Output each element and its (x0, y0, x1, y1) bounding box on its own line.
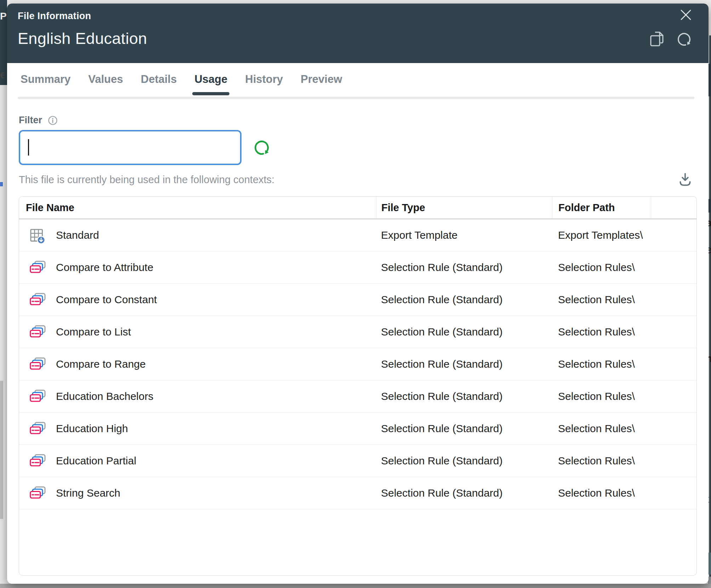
tab-preview[interactable]: Preview (301, 73, 342, 97)
file-name-text: String Search (56, 487, 120, 499)
file-type-cell: Selection Rule (Standard) (376, 455, 552, 467)
tab-details[interactable]: Details (141, 73, 177, 97)
dialog-tabbar: SummaryValuesDetailsUsageHistoryPreview (7, 63, 709, 106)
file-type-cell: Selection Rule (Standard) (376, 294, 552, 306)
refresh-results-button[interactable] (253, 139, 271, 157)
file-type-cell: Export Template (376, 229, 552, 241)
table-empty-space (19, 509, 696, 575)
filter-input-wrap (19, 130, 241, 165)
selection-rule-icon (30, 390, 46, 403)
file-name-cell: Compare to Attribute (19, 261, 376, 274)
file-name-text: Education Bachelors (56, 390, 153, 402)
file-information-dialog: File Information English Education (7, 4, 709, 584)
file-name-title: English Education (18, 29, 709, 48)
file-type-cell: Selection Rule (Standard) (376, 261, 552, 273)
folder-path-cell: Selection Rules\ (552, 358, 651, 370)
background-scrollbar-fragment (0, 381, 3, 519)
file-name-cell: Standard (19, 228, 376, 242)
copy-file-icon (650, 31, 665, 47)
table-row[interactable]: Compare to RangeSelection Rule (Standard… (19, 348, 696, 380)
file-type-cell: Selection Rule (Standard) (376, 423, 552, 435)
table-row[interactable]: Education PartialSelection Rule (Standar… (19, 445, 696, 477)
table-row[interactable]: String SearchSelection Rule (Standard)Se… (19, 477, 696, 509)
background-accent-fragment (0, 182, 3, 186)
selection-rule-icon (30, 293, 46, 306)
file-name-text: Compare to Range (56, 358, 146, 370)
dialog-title: File Information (18, 11, 709, 22)
file-name-text: Compare to List (56, 326, 131, 338)
table-row[interactable]: Education HighSelection Rule (Standard)S… (19, 413, 696, 445)
file-type-cell: Selection Rule (Standard) (376, 487, 552, 499)
folder-path-cell: Selection Rules\ (552, 261, 651, 273)
file-name-text: Compare to Attribute (56, 261, 153, 273)
selection-rule-icon (30, 261, 46, 274)
file-name-text: Education Partial (56, 455, 136, 467)
table-row[interactable]: Compare to ConstantSelection Rule (Stand… (19, 284, 696, 316)
file-name-cell: Compare to Range (19, 357, 376, 371)
usage-table: File Name File Type Folder Path Standard… (19, 196, 697, 576)
column-header-empty (651, 197, 696, 219)
filter-input[interactable] (19, 130, 241, 165)
folder-path-cell: Selection Rules\ (552, 326, 651, 338)
folder-path-cell: Selection Rules\ (552, 423, 651, 435)
selection-rule-icon (30, 357, 46, 371)
selection-rule-icon (30, 486, 46, 500)
selection-rule-icon (30, 454, 46, 468)
export-list-button[interactable] (678, 172, 693, 187)
file-name-cell: Education Partial (19, 454, 376, 468)
table-row[interactable]: StandardExport TemplateExport Templates\ (19, 219, 696, 251)
file-name-text: Education High (56, 423, 128, 435)
background-letter-fragment: P (0, 11, 7, 22)
info-icon[interactable] (48, 115, 58, 125)
file-name-cell: Compare to List (19, 325, 376, 339)
file-name-cell: String Search (19, 486, 376, 500)
tab-underline-track (18, 97, 694, 99)
header-actions (650, 31, 692, 47)
usage-tab-panel: Filter This file is currently being used… (7, 106, 709, 584)
file-type-cell: Selection Rule (Standard) (376, 390, 552, 402)
file-type-cell: Selection Rule (Standard) (376, 326, 552, 338)
tab-values[interactable]: Values (88, 73, 123, 97)
table-row[interactable]: Compare to ListSelection Rule (Standard)… (19, 316, 696, 348)
table-body: StandardExport TemplateExport Templates\… (19, 219, 696, 509)
filter-label: Filter (19, 115, 42, 126)
table-row[interactable]: Compare to AttributeSelection Rule (Stan… (19, 251, 696, 284)
selection-rule-icon (30, 422, 46, 435)
background-shadow-strip (0, 584, 711, 588)
tab-history[interactable]: History (245, 73, 283, 97)
file-name-text: Standard (56, 229, 99, 241)
folder-path-cell: Selection Rules\ (552, 294, 651, 306)
text-cursor (28, 139, 29, 156)
table-row[interactable]: Education BachelorsSelection Rule (Stand… (19, 380, 696, 413)
file-name-cell: Education Bachelors (19, 390, 376, 403)
folder-path-cell: Selection Rules\ (552, 390, 651, 402)
selection-rule-icon (30, 325, 46, 339)
tab-usage[interactable]: Usage (194, 73, 227, 97)
reload-file-button[interactable] (676, 31, 692, 47)
folder-path-cell: Selection Rules\ (552, 487, 651, 499)
export-template-icon (30, 228, 46, 242)
folder-path-cell: Selection Rules\ (552, 455, 651, 467)
column-header-folder-path: Folder Path (552, 197, 651, 219)
background-page-edge (709, 35, 711, 588)
folder-path-cell: Export Templates\ (552, 229, 651, 241)
download-icon (678, 172, 693, 187)
table-header-row: File Name File Type Folder Path (19, 197, 696, 219)
file-type-cell: Selection Rule (Standard) (376, 358, 552, 370)
file-name-cell: Education High (19, 422, 376, 435)
usage-context-note: This file is currently being used in the… (19, 174, 274, 186)
refresh-icon (253, 139, 271, 157)
column-header-file-name: File Name (19, 197, 376, 219)
copy-file-button[interactable] (650, 31, 666, 47)
dialog-header: File Information English Education (7, 4, 709, 63)
file-name-cell: Compare to Constant (19, 293, 376, 306)
column-header-file-type: File Type (376, 197, 552, 219)
file-name-text: Compare to Constant (56, 294, 157, 306)
tab-list: SummaryValuesDetailsUsageHistoryPreview (21, 73, 698, 97)
close-button[interactable] (679, 9, 692, 21)
background-letter-fragment: e (0, 68, 4, 82)
close-icon (679, 9, 692, 21)
reload-icon (676, 31, 692, 47)
tab-summary[interactable]: Summary (21, 73, 70, 97)
